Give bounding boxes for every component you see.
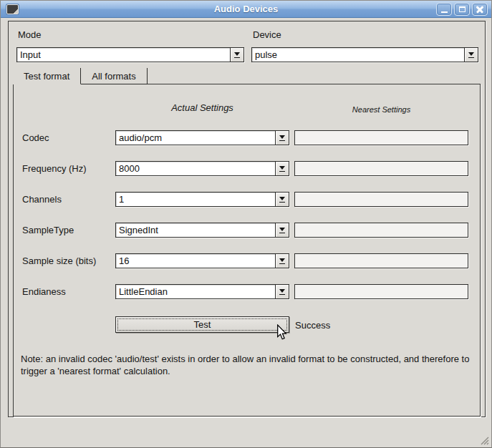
maximize-button[interactable] [454,3,470,16]
dropdown-arrow-icon[interactable] [230,48,243,62]
window-controls [436,3,488,16]
titlebar[interactable]: Audio Devices [1,1,491,18]
tab-test-format[interactable]: Test format [13,68,81,84]
close-button[interactable] [472,3,488,16]
mode-select-value: Input [17,48,230,62]
window-title: Audio Devices [1,4,491,14]
mode-label: Mode [18,29,42,40]
minimize-button[interactable] [436,3,452,16]
tab-pane [13,84,481,417]
resize-grip-icon[interactable] [479,435,489,445]
dropdown-arrow-icon[interactable] [464,48,478,62]
window: Audio Devices Mode Device Input pulse Te… [0,0,492,448]
device-select-value: pulse [252,48,464,62]
tab-bar: Test format All formats [13,68,148,84]
maximize-icon [459,6,466,12]
minimize-icon [441,11,448,13]
mode-select[interactable]: Input [16,47,244,62]
close-icon [476,6,483,13]
device-select[interactable]: pulse [251,47,478,62]
tab-all-formats[interactable]: All formats [81,68,147,84]
device-label: Device [253,29,281,40]
